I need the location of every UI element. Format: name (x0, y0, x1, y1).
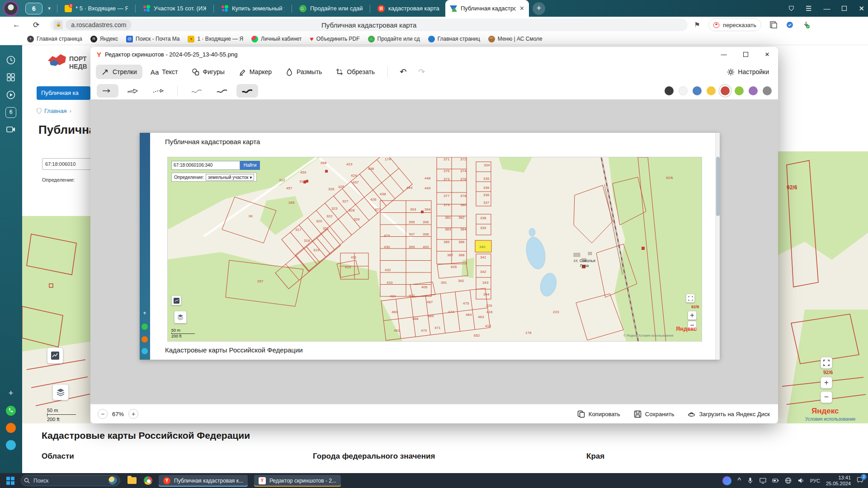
tab-pkk-active[interactable]: Публичная кадастрова ✕ (445, 0, 529, 17)
profile-avatar[interactable] (5, 2, 17, 15)
layers-button[interactable] (52, 384, 69, 400)
bookmark-inbox[interactable]: ▾1 · Входящие — Я (188, 36, 243, 42)
new-tab-button[interactable]: + (533, 2, 545, 15)
tool-shapes[interactable]: Фигуры (186, 65, 230, 79)
arrow-style-curved-bold[interactable] (236, 84, 258, 98)
taskbar-window-pkk[interactable]: Y Публичная кадастровая к... (159, 475, 248, 487)
public-map-button[interactable]: Публичная ка (37, 86, 90, 100)
bookmark-menu[interactable]: ᵔᵔМеню | АС Смоле (488, 36, 542, 42)
editor-minimize-icon[interactable]: — (713, 47, 735, 62)
notifications-button[interactable]: 2 (857, 476, 863, 485)
bookmark-home-2[interactable]: Главная страниц (428, 36, 480, 42)
tab-yandex-search[interactable]: Я кадастровая карта — Янд (373, 0, 445, 17)
editor-zoom-out-button[interactable]: − (98, 409, 108, 419)
bookmark-home-1[interactable]: +Главная страница (27, 36, 82, 42)
downloads-icon[interactable] (802, 21, 810, 29)
arrow-style-curved-thin[interactable] (186, 84, 208, 98)
history-icon[interactable] (5, 55, 16, 66)
language-indicator[interactable]: РУС (810, 478, 820, 483)
battery-icon[interactable] (772, 477, 779, 484)
color-swatch[interactable] (707, 86, 716, 95)
tool-crop[interactable]: Обрезать (330, 65, 380, 79)
fullscreen-button[interactable] (821, 357, 832, 369)
tab-domclick[interactable]: Продайте или сдайте в ар (295, 0, 367, 17)
tool-marker[interactable]: Маркер (233, 65, 277, 79)
volume-icon[interactable] (797, 477, 804, 484)
terms-link[interactable]: Условия использования (805, 417, 855, 422)
reload-icon[interactable]: ⟳ (33, 20, 39, 30)
bookmarks-panel-icon[interactable]: ⛉ (789, 5, 794, 13)
bookmark-yandex[interactable]: ЯЯндекс (90, 36, 118, 42)
close-tab-icon[interactable]: ✕ (519, 5, 524, 12)
settings-button[interactable]: Настройки (727, 62, 769, 82)
whatsapp-icon[interactable] (5, 406, 16, 417)
network-icon[interactable] (785, 477, 792, 484)
save-button[interactable]: Сохранить (634, 410, 675, 418)
minimap-button[interactable] (47, 347, 63, 364)
editor-canvas[interactable]: + Публичная кадастровая карта (90, 99, 778, 404)
taskbar-search[interactable]: Поиск (21, 475, 120, 486)
ok-icon[interactable] (5, 423, 16, 434)
breadcrumb-home-link[interactable]: Главная (44, 108, 66, 114)
retell-button[interactable]: ❝ пересказать ⋮ (708, 19, 761, 31)
editor-zoom-in-button[interactable]: + (128, 409, 138, 419)
bookmark-avito-cabinet[interactable]: Личный кабинет (251, 36, 302, 42)
arrow-style-outline[interactable] (122, 84, 144, 98)
undo-icon[interactable]: ↶ (395, 66, 411, 78)
bookmark-pdf[interactable]: ♥Объединить PDF (310, 35, 359, 42)
add-panel-icon[interactable]: + (5, 389, 16, 399)
tab-avito-1[interactable]: Участок 15 сот. (ИЖС) на (138, 0, 211, 17)
arrow-style-curved-medium[interactable] (211, 84, 233, 98)
color-swatch[interactable] (665, 86, 674, 95)
extension-icon[interactable] (786, 21, 794, 29)
menu-icon[interactable]: ☰ (806, 5, 811, 13)
telemost-icon[interactable] (5, 440, 16, 451)
bookmark-mail-search[interactable]: @Поиск - Почта Ма (126, 36, 179, 42)
tab-count-badge[interactable]: 6 (5, 107, 16, 118)
tab-counter[interactable]: 6 ▾ (25, 3, 54, 14)
yandex-log[interactable]: Яндекс (811, 407, 839, 416)
arrow-style-dotted[interactable] (147, 84, 169, 98)
taskbar-clock[interactable]: 13:41 25.05.2024 (826, 475, 851, 487)
color-swatch[interactable] (693, 86, 702, 95)
color-swatch[interactable] (679, 86, 688, 95)
chevron-down-icon[interactable]: ▾ (44, 4, 54, 14)
tool-text[interactable]: Аа Текст (145, 65, 184, 79)
zoom-out-button[interactable]: − (821, 391, 832, 403)
editor-maximize-icon[interactable] (735, 47, 756, 62)
back-icon[interactable]: ← (13, 20, 20, 29)
alisa-icon[interactable] (722, 476, 731, 485)
cadastral-search-input[interactable]: 67:18:006010 (42, 158, 91, 170)
close-window-icon[interactable]: ✕ (859, 5, 864, 13)
redo-icon[interactable]: ↷ (414, 66, 429, 78)
explorer-icon[interactable] (127, 477, 137, 484)
address-bar[interactable]: a.roscadastres.com Публичная кадастровая… (50, 19, 688, 31)
url-domain[interactable]: a.roscadastres.com (66, 20, 132, 30)
video-icon[interactable] (5, 90, 16, 101)
panels-icon[interactable] (5, 72, 16, 83)
upload-disk-button[interactable]: Загрузить на Яндекс Диск (688, 410, 770, 418)
start-button[interactable] (6, 477, 14, 485)
minimize-window-icon[interactable]: — (823, 5, 830, 12)
tool-arrows[interactable]: Стрелки (96, 65, 142, 79)
taskbar-window-editor[interactable]: Y Редактор скриншотов - 2... (254, 475, 341, 487)
color-swatch[interactable] (763, 86, 772, 95)
editor-title-bar[interactable]: Y Редактор скриншотов - 2024-05-25_13-40… (90, 47, 778, 62)
color-swatch[interactable] (721, 86, 730, 95)
editor-close-icon[interactable]: ✕ (756, 47, 778, 62)
color-swatch[interactable] (735, 86, 744, 95)
browser-icon[interactable] (144, 476, 152, 485)
bookmark-flag-icon[interactable]: ⚑ (694, 21, 700, 29)
tab-avito-2[interactable]: Купить земельный участо (217, 0, 289, 17)
collections-icon[interactable] (769, 21, 778, 29)
arrow-style-simple[interactable] (97, 84, 118, 98)
display-icon[interactable] (760, 477, 766, 484)
tab-mail[interactable]: * 5 · Входящие — Яндекс П (60, 0, 132, 17)
maximize-window-icon[interactable] (842, 5, 847, 13)
bookmark-domclick[interactable]: ⌂Продайте или сд (368, 36, 420, 42)
mic-icon[interactable] (747, 477, 754, 484)
zoom-in-button[interactable]: + (821, 377, 832, 389)
tool-blur[interactable]: Размыть (280, 65, 327, 79)
camera-icon[interactable] (5, 124, 16, 135)
tray-expand-icon[interactable]: ^ (737, 477, 741, 485)
